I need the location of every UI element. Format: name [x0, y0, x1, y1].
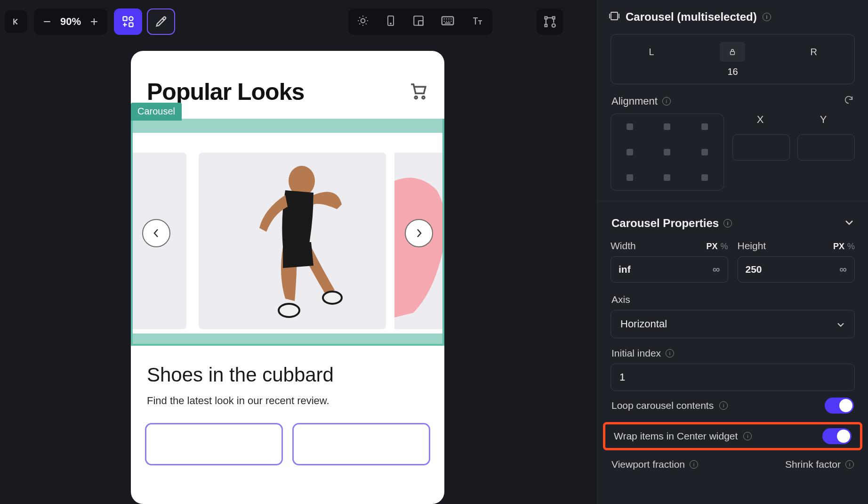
collapse-sidebar-button[interactable] [5, 10, 27, 33]
info-icon[interactable]: i [666, 349, 674, 358]
padding-value: 16 [611, 66, 854, 77]
svg-point-5 [390, 23, 391, 24]
svg-rect-21 [731, 51, 735, 55]
widgets-mode-button[interactable] [114, 8, 142, 35]
alignment-grid[interactable] [611, 114, 724, 191]
chevron-down-icon[interactable] [844, 219, 854, 228]
x-position-input[interactable] [732, 134, 790, 161]
shrink-factor-label: Shrink factor [785, 459, 841, 470]
height-label: Height [738, 240, 766, 252]
text-size-icon[interactable] [471, 15, 484, 28]
width-label: Width [611, 240, 636, 252]
info-icon[interactable]: i [743, 432, 752, 440]
info-icon[interactable]: i [719, 401, 728, 410]
device-mobile-icon[interactable] [385, 14, 396, 30]
loop-toggle[interactable] [825, 398, 854, 414]
brightness-icon[interactable] [357, 15, 369, 29]
axis-label: Axis [597, 285, 868, 310]
panel-title: Carousel (multiselected) [626, 10, 757, 24]
svg-point-13 [415, 96, 417, 98]
svg-point-18 [323, 292, 342, 304]
height-unit-px[interactable]: PX [833, 242, 844, 252]
wrap-center-highlighted-row: Wrap items in Center widgeti [603, 422, 862, 450]
info-icon[interactable]: i [723, 219, 732, 228]
svg-rect-20 [611, 12, 618, 20]
properties-panel: Carousel (multiselected) i L R 16 Alignm… [597, 0, 868, 504]
info-icon[interactable]: i [662, 97, 671, 106]
padding-left-button[interactable]: L [639, 42, 664, 62]
x-label: X [732, 114, 788, 126]
card-placeholder[interactable] [292, 423, 430, 465]
svg-point-3 [361, 19, 365, 23]
widget-tag: Carousel [131, 103, 182, 121]
wrap-center-toggle[interactable] [822, 428, 852, 444]
device-toolbar [348, 8, 492, 35]
canvas-preview: Popular Looks Carousel [131, 51, 444, 504]
carousel-prev-button[interactable] [142, 219, 170, 247]
carousel-widget[interactable]: Carousel [131, 119, 444, 346]
svg-rect-1 [129, 23, 133, 26]
svg-rect-11 [545, 24, 547, 27]
carousel-header-icon [609, 10, 620, 24]
cart-icon[interactable] [409, 81, 428, 103]
paint-mode-button[interactable] [147, 8, 175, 35]
svg-point-2 [129, 17, 133, 21]
zoom-in-button[interactable]: + [88, 14, 100, 29]
page-title: Popular Looks [147, 78, 304, 106]
zoom-group: − 90% + [34, 8, 107, 35]
loop-contents-label: Loop carousel contents [611, 400, 714, 411]
padding-lock-button[interactable] [720, 42, 745, 62]
width-input[interactable]: inf∞ [611, 256, 728, 283]
carousel-props-title: Carousel Properties [611, 217, 719, 230]
reset-alignment-button[interactable] [844, 95, 854, 108]
viewport-fraction-label: Viewport fraction [611, 459, 685, 470]
padding-right-button[interactable]: R [801, 42, 827, 62]
carousel-next-button[interactable] [405, 219, 433, 247]
zoom-value: 90% [60, 16, 81, 28]
svg-rect-10 [553, 17, 555, 19]
info-icon[interactable]: i [690, 460, 698, 469]
card-placeholder[interactable] [145, 423, 283, 465]
carousel-slide-active [199, 153, 386, 329]
axis-dropdown[interactable]: Horizontal [611, 310, 855, 338]
alignment-label: Alignment [611, 95, 658, 107]
height-input[interactable]: 250∞ [738, 256, 855, 283]
section-subtitle: Find the latest look in our recent revie… [147, 395, 428, 407]
zoom-out-button[interactable]: − [41, 14, 53, 29]
transform-settings-button[interactable] [537, 8, 563, 35]
svg-point-12 [552, 24, 555, 27]
width-unit-px[interactable]: PX [706, 242, 717, 252]
svg-rect-7 [418, 21, 423, 25]
infinity-icon: ∞ [839, 263, 847, 276]
lrr-padding-box: L R 16 [611, 34, 855, 84]
wrap-center-label: Wrap items in Center widget [614, 431, 738, 442]
section-heading: Shoes in the cubbard [147, 364, 428, 386]
svg-rect-0 [123, 17, 127, 21]
svg-rect-9 [545, 17, 547, 19]
info-icon[interactable]: i [845, 460, 854, 469]
svg-point-17 [279, 304, 299, 317]
keyboard-icon[interactable] [441, 16, 455, 28]
chevron-down-icon [836, 318, 845, 330]
y-position-input[interactable] [797, 134, 855, 161]
y-label: Y [796, 114, 851, 126]
height-unit-pct[interactable]: % [847, 242, 855, 252]
device-tablet-icon[interactable] [412, 15, 425, 29]
initial-index-label: Initial index [611, 348, 661, 359]
width-unit-pct[interactable]: % [720, 242, 728, 252]
info-icon[interactable]: i [763, 13, 771, 21]
infinity-icon: ∞ [713, 263, 720, 276]
initial-index-input[interactable]: 1 [611, 364, 855, 391]
svg-point-14 [422, 96, 425, 98]
